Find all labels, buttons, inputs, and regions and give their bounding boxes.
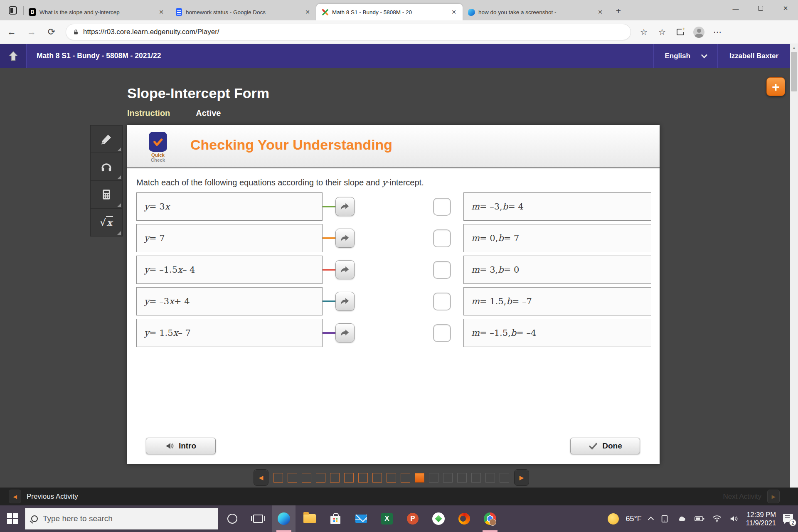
tab-close-icon[interactable]: ✕ bbox=[449, 7, 458, 17]
browser-tab-1[interactable]: B What is the slope and y-intercep ✕ bbox=[24, 4, 170, 20]
add-favorite-icon[interactable]: ☆ bbox=[638, 27, 649, 37]
next-activity-button[interactable]: ▶ bbox=[767, 490, 780, 503]
pagination-square-9[interactable] bbox=[387, 473, 396, 483]
tray-overflow-chevron-icon[interactable] bbox=[648, 517, 654, 522]
minimize-button[interactable]: — bbox=[723, 0, 748, 17]
zoom-plus-button[interactable]: + bbox=[766, 77, 785, 96]
task-view-button[interactable] bbox=[246, 505, 270, 532]
pagination-square-13[interactable] bbox=[443, 473, 453, 483]
calculator-tool-button[interactable] bbox=[90, 181, 123, 209]
pagination-square-8[interactable] bbox=[372, 473, 382, 483]
home-button[interactable] bbox=[0, 44, 27, 68]
equation-box[interactable]: y = –3x + 4 bbox=[136, 287, 323, 315]
powerpoint-button[interactable]: P bbox=[401, 505, 424, 532]
tab-actions-button[interactable] bbox=[6, 3, 20, 17]
answer-drop-checkbox[interactable] bbox=[433, 261, 451, 279]
answer-box[interactable]: m = –1.5, b = –4 bbox=[463, 319, 651, 347]
match-arrow-button[interactable] bbox=[335, 229, 355, 248]
back-button[interactable]: ← bbox=[3, 24, 20, 40]
equation-box[interactable]: y = 3x bbox=[136, 192, 323, 221]
pagination-square-15[interactable] bbox=[471, 473, 481, 483]
excel-button[interactable]: X bbox=[375, 505, 399, 532]
forward-button[interactable]: → bbox=[23, 24, 40, 40]
intro-button[interactable]: Intro bbox=[146, 438, 216, 454]
battery-icon[interactable] bbox=[694, 515, 705, 523]
tab-close-icon[interactable]: ✕ bbox=[157, 7, 166, 17]
settings-ellipsis-icon[interactable]: ⋯ bbox=[712, 27, 723, 37]
file-explorer-button[interactable] bbox=[298, 505, 321, 532]
device-icon[interactable] bbox=[660, 514, 669, 524]
wifi-icon[interactable] bbox=[712, 515, 722, 523]
edge-taskbar-button[interactable] bbox=[272, 505, 296, 532]
user-menu[interactable]: Izzabell Baxter bbox=[717, 44, 790, 68]
tab-close-icon[interactable]: ✕ bbox=[596, 7, 605, 17]
search-input[interactable] bbox=[43, 514, 212, 523]
tab-active[interactable]: Active bbox=[196, 108, 221, 118]
refresh-button[interactable]: ⟳ bbox=[43, 24, 60, 40]
pagination-prev-button[interactable]: ◀ bbox=[254, 469, 268, 486]
volume-icon[interactable] bbox=[729, 514, 739, 523]
match-arrow-button[interactable] bbox=[335, 323, 355, 342]
tab-instruction[interactable]: Instruction bbox=[127, 108, 170, 118]
favorites-icon[interactable]: ☆ bbox=[657, 27, 667, 37]
answer-drop-checkbox[interactable] bbox=[433, 198, 451, 216]
browser-tab-2[interactable]: homework status - Google Docs ✕ bbox=[170, 4, 316, 20]
pagination-square-17[interactable] bbox=[500, 473, 509, 483]
match-arrow-button[interactable] bbox=[335, 197, 355, 216]
chrome-button[interactable] bbox=[478, 505, 502, 532]
answer-drop-checkbox[interactable] bbox=[433, 293, 451, 310]
profile-avatar[interactable] bbox=[693, 27, 704, 38]
audio-tool-button[interactable] bbox=[90, 153, 123, 181]
onedrive-cloud-icon[interactable] bbox=[676, 514, 687, 523]
answer-box[interactable]: m = 0, b = 7 bbox=[463, 224, 651, 252]
done-button[interactable]: Done bbox=[570, 438, 640, 454]
language-dropdown[interactable]: English bbox=[653, 44, 717, 68]
pagination-square-1[interactable] bbox=[273, 473, 283, 483]
start-button[interactable] bbox=[0, 505, 25, 532]
answer-box[interactable]: m = –3, b = 4 bbox=[463, 192, 651, 221]
red-app-button[interactable] bbox=[453, 505, 476, 532]
answer-box[interactable]: m = 1.5, b = –7 bbox=[463, 287, 651, 315]
pagination-square-7[interactable] bbox=[358, 473, 368, 483]
pagination-square-5[interactable] bbox=[330, 473, 340, 483]
pagination-square-6[interactable] bbox=[344, 473, 354, 483]
pagination-square-4[interactable] bbox=[316, 473, 325, 483]
weather-sun-icon[interactable] bbox=[608, 513, 619, 525]
answer-box[interactable]: m = 3, b = 0 bbox=[463, 256, 651, 284]
previous-activity-button[interactable]: ◀ bbox=[9, 490, 21, 503]
taskbar-clock[interactable]: 12:39 PM 11/9/2021 bbox=[746, 510, 776, 527]
equation-box[interactable]: y = –1.5x – 4 bbox=[136, 256, 323, 284]
pagination-next-button[interactable]: ▶ bbox=[514, 469, 529, 486]
pagination-square-12[interactable] bbox=[429, 473, 438, 483]
tab-close-icon[interactable]: ✕ bbox=[303, 7, 312, 17]
formula-tool-button[interactable]: √x bbox=[90, 209, 123, 236]
pagination-square-10[interactable] bbox=[401, 473, 410, 483]
pagination-square-3[interactable] bbox=[302, 473, 311, 483]
highlighter-tool-button[interactable] bbox=[90, 125, 123, 153]
pagination-square-11[interactable] bbox=[415, 473, 424, 483]
answer-drop-checkbox[interactable] bbox=[433, 229, 451, 247]
mail-button[interactable] bbox=[350, 505, 373, 532]
cortana-button[interactable] bbox=[221, 505, 244, 532]
browser-tab-4[interactable]: how do you take a screenshot - ✕ bbox=[463, 4, 609, 20]
pagination-square-2[interactable] bbox=[288, 473, 297, 483]
equation-box[interactable]: y = 7 bbox=[136, 224, 323, 252]
collections-icon[interactable] bbox=[675, 27, 686, 37]
equation-box[interactable]: y = 1.5x – 7 bbox=[136, 319, 323, 347]
url-field[interactable]: https://r03.core.learn.edgenuity.com/Pla… bbox=[66, 24, 631, 40]
browser-tab-3-active[interactable]: Math 8 S1 - Bundy - 5808M - 20 ✕ bbox=[316, 4, 463, 20]
pagination-square-14[interactable] bbox=[457, 473, 467, 483]
answer-drop-checkbox[interactable] bbox=[433, 324, 451, 342]
match-arrow-button[interactable] bbox=[335, 260, 355, 279]
maximize-button[interactable] bbox=[748, 0, 773, 17]
page-scrollbar[interactable]: ▲ ▼ bbox=[790, 44, 798, 505]
temperature-label[interactable]: 65°F bbox=[626, 515, 642, 523]
new-tab-button[interactable]: + bbox=[612, 5, 625, 17]
microsoft-store-button[interactable] bbox=[324, 505, 347, 532]
scroll-up-icon[interactable]: ▲ bbox=[790, 44, 798, 52]
notification-center-button[interactable]: 2 bbox=[783, 514, 794, 524]
scrollbar-thumb[interactable] bbox=[791, 52, 797, 91]
close-button[interactable]: ✕ bbox=[773, 0, 798, 17]
previous-activity-label[interactable]: Previous Activity bbox=[27, 493, 78, 501]
sims-button[interactable] bbox=[427, 505, 450, 532]
